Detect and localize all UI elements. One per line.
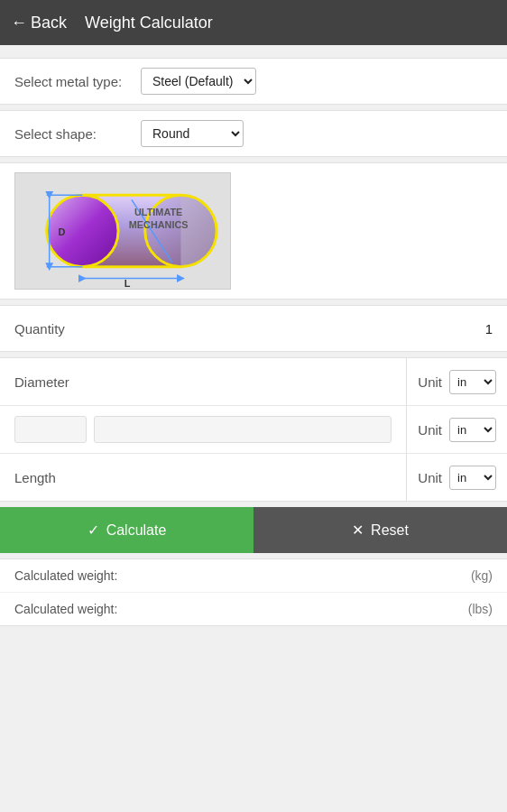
blank-unit-select[interactable]: in mm cm ft m (449, 418, 496, 442)
result-row-lbs: Calculated weight: (lbs) (0, 593, 507, 625)
shape-svg: D L L ULTIMATE MECHANICS (15, 172, 230, 290)
length-row: Length Unit in mm cm ft m (0, 454, 507, 501)
results-section: Calculated weight: (kg) Calculated weigh… (0, 558, 507, 626)
diameter-unit-select[interactable]: in mm cm ft m (449, 370, 496, 394)
input-section: Diameter Unit in mm cm ft m Unit (0, 357, 507, 502)
result-label-lbs: Calculated weight: (14, 602, 117, 616)
length-label: Length (14, 470, 96, 485)
reset-button[interactable]: ✕ Reset (254, 507, 507, 553)
result-unit-kg: (kg) (471, 568, 493, 583)
diameter-label: Diameter (14, 374, 96, 390)
action-buttons-row: ✓ Calculate ✕ Reset (0, 507, 507, 553)
x-icon: ✕ (352, 521, 364, 539)
blank-unit-label: Unit (418, 422, 442, 438)
back-label: Back (31, 14, 67, 32)
quantity-row: Quantity 1 (0, 305, 507, 352)
reset-label: Reset (371, 522, 409, 539)
shape-image-container: D L L ULTIMATE MECHANICS (14, 172, 231, 290)
diameter-unit-right: Unit in mm cm ft m (406, 358, 507, 405)
blank-unit-right: Unit in mm cm ft m (406, 406, 507, 453)
page-title: Weight Calculator (85, 14, 213, 32)
result-unit-lbs: (lbs) (468, 602, 493, 616)
length-unit-select[interactable]: in mm cm ft m (449, 466, 496, 490)
quantity-label: Quantity (14, 321, 65, 337)
diameter-unit-label: Unit (418, 374, 442, 390)
diameter-value-input[interactable] (14, 416, 87, 443)
result-row-kg: Calculated weight: (kg) (0, 559, 507, 593)
diameter-extra-input[interactable] (94, 416, 392, 443)
calculate-button[interactable]: ✓ Calculate (0, 507, 254, 553)
metal-type-select[interactable]: Steel (Default) Aluminum Copper Brass Ir… (141, 68, 256, 95)
main-content: Select metal type: Steel (Default) Alumi… (0, 45, 507, 639)
length-unit-right: Unit in mm cm ft m (406, 454, 507, 501)
metal-type-row: Select metal type: Steel (Default) Alumi… (0, 58, 507, 105)
back-arrow-icon: ← (11, 14, 27, 32)
shape-label: Select shape: (14, 126, 141, 142)
result-label-kg: Calculated weight: (14, 568, 117, 583)
brand-line2: MECHANICS (129, 219, 189, 230)
shape-row: Select shape: Round Square Rectangular H… (0, 110, 507, 157)
brand-line1: ULTIMATE (134, 207, 182, 217)
check-icon: ✓ (88, 521, 99, 539)
quantity-value: 1 (485, 321, 493, 337)
shape-select[interactable]: Round Square Rectangular Hexagonal Flat (141, 120, 244, 147)
shape-illustration-card: D L L ULTIMATE MECHANICS (0, 162, 507, 300)
calculate-label: Calculate (106, 522, 167, 539)
diameter-value-row: Unit in mm cm ft m (0, 406, 507, 454)
svg-text:L: L (124, 278, 131, 289)
diameter-row: Diameter Unit in mm cm ft m (0, 358, 507, 406)
length-unit-label: Unit (418, 470, 442, 485)
length-input-left: Length (0, 470, 406, 485)
metal-type-label: Select metal type: (14, 74, 141, 89)
back-button[interactable]: ← Back (11, 14, 70, 32)
diameter-value-left (0, 416, 406, 443)
diameter-input-left: Diameter (0, 374, 406, 390)
header: ← Back Weight Calculator (0, 0, 507, 45)
svg-text:D: D (59, 226, 66, 237)
